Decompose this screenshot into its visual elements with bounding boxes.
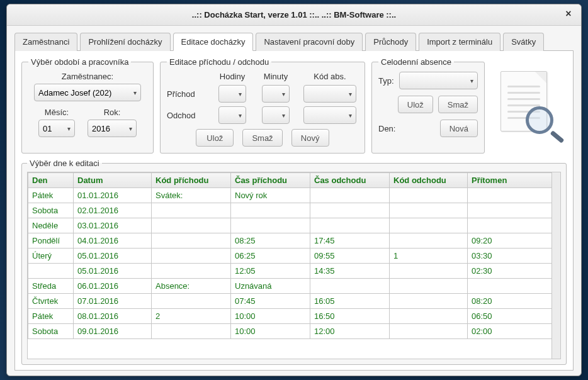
tab-zamestnanci[interactable]: Zaměstnanci [14,33,77,51]
cell-kodp[interactable] [152,294,231,309]
cell-den[interactable]: Neděle [28,218,74,233]
cell-casp[interactable]: Nový rok [231,188,310,203]
cell-kodo[interactable] [390,233,468,249]
cell-casp[interactable]: 10:00 [231,309,310,324]
cell-kodo[interactable] [390,188,468,203]
absence-delete-button[interactable]: Smaž [438,96,478,113]
cell-prit[interactable]: 03:30 [468,249,560,264]
cell-kodp[interactable] [152,203,231,218]
cell-kodp[interactable]: Absence: [152,279,231,294]
cell-datum[interactable]: 08.01.2016 [74,309,152,324]
cell-caso[interactable] [310,218,390,233]
cell-den[interactable] [28,264,74,279]
cell-casp[interactable]: 10:00 [231,324,310,339]
cell-caso[interactable] [310,188,390,203]
tab-prohlizeni[interactable]: Prohlížení docházky [80,33,170,51]
cell-datum[interactable]: 04.01.2016 [74,233,152,249]
tab-svatky[interactable]: Svátky [503,33,544,51]
cell-prit[interactable]: 02:30 [468,264,560,279]
cell-datum[interactable]: 09.01.2016 [74,324,152,339]
cell-datum[interactable]: 03.01.2016 [74,218,152,233]
table-row[interactable]: Sobota09.01.201610:0012:0002:00 [28,324,560,339]
table-row[interactable]: 05.01.201612:0514:3502:30 [28,264,560,279]
close-icon[interactable]: × [562,8,575,21]
cell-caso[interactable]: 16:05 [310,294,390,309]
cell-den[interactable]: Sobota [28,203,74,218]
cell-kodp[interactable]: Svátek: [152,188,231,203]
cell-prit[interactable] [468,279,560,294]
th-kod-odchodu[interactable]: Kód odchodu [390,173,468,188]
th-cas-prichodu[interactable]: Čas příchodu [231,173,310,188]
vertical-scrollbar[interactable] [551,172,560,359]
cell-datum[interactable]: 05.01.2016 [74,264,152,279]
cell-casp[interactable]: 12:05 [231,264,310,279]
th-pritomen[interactable]: Přítomen [468,173,560,188]
cell-prit[interactable] [468,203,560,218]
cell-caso[interactable]: 09:55 [310,249,390,264]
cell-caso[interactable] [310,203,390,218]
absence-new-button[interactable]: Nová [440,120,478,137]
tab-editace[interactable]: Editace docházky [173,33,254,51]
cell-kodp[interactable] [152,233,231,249]
departure-minutes-select[interactable]: ▾ [262,106,290,124]
cell-casp[interactable]: 08:25 [231,233,310,249]
cell-casp[interactable]: 06:25 [231,249,310,264]
arrival-hours-select[interactable]: ▾ [218,85,246,103]
table-row[interactable]: Neděle03.01.2016 [28,218,560,233]
absence-save-button[interactable]: Ulož [398,96,433,113]
cell-prit[interactable] [468,188,560,203]
th-kod-prichodu[interactable]: Kód příchodu [152,173,231,188]
cell-kodo[interactable]: 1 [390,249,468,264]
cell-den[interactable]: Pátek [28,309,74,324]
departure-hours-select[interactable]: ▾ [218,106,246,124]
cell-caso[interactable] [310,279,390,294]
cell-kodp[interactable] [152,218,231,233]
edit-new-button[interactable]: Nový [291,129,329,147]
cell-datum[interactable]: 05.01.2016 [74,249,152,264]
edit-delete-button[interactable]: Smaž [242,129,282,147]
tab-nastaveni[interactable]: Nastavení pracovní doby [256,33,363,51]
cell-kodp[interactable]: 2 [152,309,231,324]
cell-datum[interactable]: 01.01.2016 [74,188,152,203]
month-select[interactable]: 01 ▾ [38,120,75,137]
cell-prit[interactable]: 02:00 [468,324,560,339]
cell-datum[interactable]: 06.01.2016 [74,279,152,294]
cell-kodo[interactable] [390,264,468,279]
cell-caso[interactable]: 16:50 [310,309,390,324]
table-row[interactable]: Úterý05.01.201606:2509:55103:30 [28,249,560,264]
tab-pruchody[interactable]: Průchody [365,33,416,51]
cell-casp[interactable]: 07:45 [231,294,310,309]
cell-casp[interactable] [231,218,310,233]
cell-kodo[interactable] [390,203,468,218]
th-cas-odchodu[interactable]: Čas odchodu [310,173,390,188]
cell-prit[interactable] [468,218,560,233]
table-row[interactable]: Pátek08.01.2016210:0016:5006:50 [28,309,560,324]
cell-den[interactable]: Pátek [28,188,74,203]
tab-import[interactable]: Import z terminálu [419,33,500,51]
arrival-code-select[interactable]: ▾ [303,85,356,103]
absence-type-select[interactable]: ▾ [399,72,478,89]
employee-select[interactable]: Adamec Josef (202) ▾ [34,84,141,101]
cell-den[interactable]: Čtvrtek [28,294,74,309]
cell-datum[interactable]: 07.01.2016 [74,294,152,309]
table-row[interactable]: Středa06.01.2016Absence:Uznávaná [28,279,560,294]
edit-save-button[interactable]: Ulož [196,129,234,147]
cell-den[interactable]: Úterý [28,249,74,264]
attendance-table[interactable]: Den Datum Kód příchodu Čas příchodu Čas … [28,172,560,339]
arrival-minutes-select[interactable]: ▾ [262,85,290,103]
cell-casp[interactable]: Uznávaná [231,279,310,294]
table-row[interactable]: Pátek01.01.2016Svátek:Nový rok [28,188,560,203]
departure-code-select[interactable]: ▾ [303,106,356,124]
cell-kodo[interactable] [390,218,468,233]
cell-kodp[interactable] [152,249,231,264]
year-select[interactable]: 2016 ▾ [88,120,137,137]
table-row[interactable]: Sobota02.01.2016 [28,203,560,218]
cell-prit[interactable]: 06:50 [468,309,560,324]
cell-prit[interactable]: 09:20 [468,233,560,249]
table-row[interactable]: Čtvrtek07.01.201607:4516:0508:20 [28,294,560,309]
cell-caso[interactable]: 14:35 [310,264,390,279]
cell-prit[interactable]: 08:20 [468,294,560,309]
cell-kodo[interactable] [390,309,468,324]
cell-den[interactable]: Středa [28,279,74,294]
cell-kodp[interactable] [152,324,231,339]
